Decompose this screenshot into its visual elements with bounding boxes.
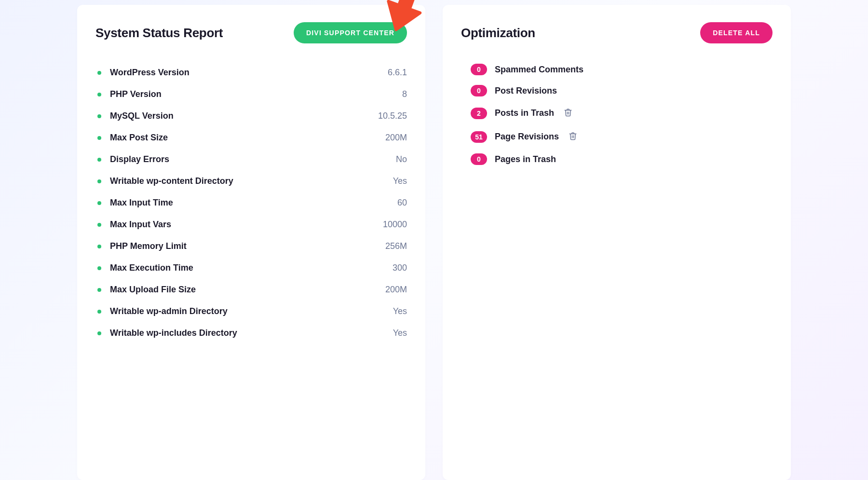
- optimization-card-header: Optimization Delete All: [461, 22, 773, 43]
- status-row-value: No: [396, 154, 407, 165]
- status-row-label: MySQL Version: [110, 111, 369, 121]
- status-row-label: Display Errors: [110, 154, 387, 165]
- trash-icon: [564, 108, 572, 118]
- status-row-label: Max Post Size: [110, 133, 377, 143]
- system-status-card: System Status Report Divi Support Center…: [77, 5, 425, 480]
- status-ok-dot-icon: [97, 158, 101, 162]
- status-row: MySQL Version10.5.25: [95, 105, 407, 127]
- status-row: Max Upload File Size200M: [95, 279, 407, 301]
- status-row-value: 300: [393, 263, 407, 273]
- status-list: WordPress Version6.6.1PHP Version8MySQL …: [95, 62, 407, 344]
- status-row-label: Max Input Time: [110, 198, 389, 208]
- status-ok-dot-icon: [97, 136, 101, 140]
- optimization-row: 0Post Revisions: [461, 80, 773, 101]
- status-row: Writable wp-admin DirectoryYes: [95, 301, 407, 322]
- optimization-card-title: Optimization: [461, 26, 535, 41]
- status-row: PHP Memory Limit256M: [95, 235, 407, 257]
- status-card-header: System Status Report Divi Support Center: [95, 22, 407, 43]
- status-row-value: 10.5.25: [378, 111, 407, 121]
- status-row: Writable wp-includes DirectoryYes: [95, 322, 407, 344]
- status-ok-dot-icon: [97, 201, 101, 205]
- status-ok-dot-icon: [97, 114, 101, 118]
- divi-support-center-button[interactable]: Divi Support Center: [294, 22, 407, 43]
- status-row-value: Yes: [393, 328, 407, 338]
- optimization-row-label: Posts in Trash: [495, 108, 554, 118]
- status-row-value: 200M: [385, 285, 407, 295]
- status-ok-dot-icon: [97, 223, 101, 227]
- count-badge: 0: [471, 153, 487, 165]
- delete-row-button[interactable]: [562, 106, 574, 120]
- optimization-list: 0Spammed Comments0Post Revisions2Posts i…: [461, 59, 773, 170]
- status-row-label: Writable wp-admin Directory: [110, 306, 384, 316]
- status-row-label: Max Input Vars: [110, 219, 374, 230]
- status-row-value: 200M: [385, 133, 407, 143]
- status-row-label: Writable wp-content Directory: [110, 176, 384, 186]
- status-ok-dot-icon: [97, 93, 101, 96]
- status-row-value: Yes: [393, 306, 407, 316]
- status-ok-dot-icon: [97, 288, 101, 292]
- optimization-row-label: Spammed Comments: [495, 65, 583, 75]
- status-ok-dot-icon: [97, 179, 101, 183]
- optimization-row-label: Pages in Trash: [495, 154, 556, 165]
- optimization-row-label: Page Revisions: [495, 132, 559, 142]
- delete-all-button[interactable]: Delete All: [700, 22, 773, 43]
- optimization-row: 0Spammed Comments: [461, 59, 773, 80]
- optimization-card: Optimization Delete All 0Spammed Comment…: [443, 5, 791, 480]
- status-ok-dot-icon: [97, 266, 101, 270]
- status-row-value: 6.6.1: [388, 68, 407, 78]
- trash-icon: [569, 132, 577, 142]
- status-row: Max Input Vars10000: [95, 214, 407, 235]
- status-ok-dot-icon: [97, 245, 101, 248]
- status-row: Display ErrorsNo: [95, 149, 407, 170]
- status-ok-dot-icon: [97, 71, 101, 75]
- status-row-value: Yes: [393, 176, 407, 186]
- delete-row-button[interactable]: [567, 130, 579, 144]
- status-row-label: Max Execution Time: [110, 263, 384, 273]
- status-row-label: Writable wp-includes Directory: [110, 328, 384, 338]
- status-ok-dot-icon: [97, 310, 101, 314]
- status-row: Max Input Time60: [95, 192, 407, 214]
- optimization-row: 2Posts in Trash: [461, 101, 773, 125]
- optimization-row-label: Post Revisions: [495, 86, 557, 96]
- status-row-value: 256M: [385, 241, 407, 251]
- status-row: PHP Version8: [95, 83, 407, 105]
- status-row: Max Execution Time300: [95, 257, 407, 279]
- status-row-value: 8: [402, 89, 407, 99]
- count-badge: 0: [471, 85, 487, 96]
- optimization-row: 51Page Revisions: [461, 125, 773, 149]
- count-badge: 51: [471, 131, 487, 143]
- status-row-value: 10000: [383, 219, 407, 230]
- count-badge: 2: [471, 108, 487, 119]
- status-card-title: System Status Report: [95, 26, 223, 41]
- status-ok-dot-icon: [97, 331, 101, 335]
- status-row-label: Max Upload File Size: [110, 285, 377, 295]
- status-row: Max Post Size200M: [95, 127, 407, 149]
- status-row: Writable wp-content DirectoryYes: [95, 170, 407, 192]
- optimization-row: 0Pages in Trash: [461, 149, 773, 170]
- count-badge: 0: [471, 64, 487, 75]
- status-row-value: 60: [397, 198, 407, 208]
- status-row-label: PHP Memory Limit: [110, 241, 377, 251]
- status-row-label: WordPress Version: [110, 68, 379, 78]
- status-row: WordPress Version6.6.1: [95, 62, 407, 83]
- status-row-label: PHP Version: [110, 89, 393, 99]
